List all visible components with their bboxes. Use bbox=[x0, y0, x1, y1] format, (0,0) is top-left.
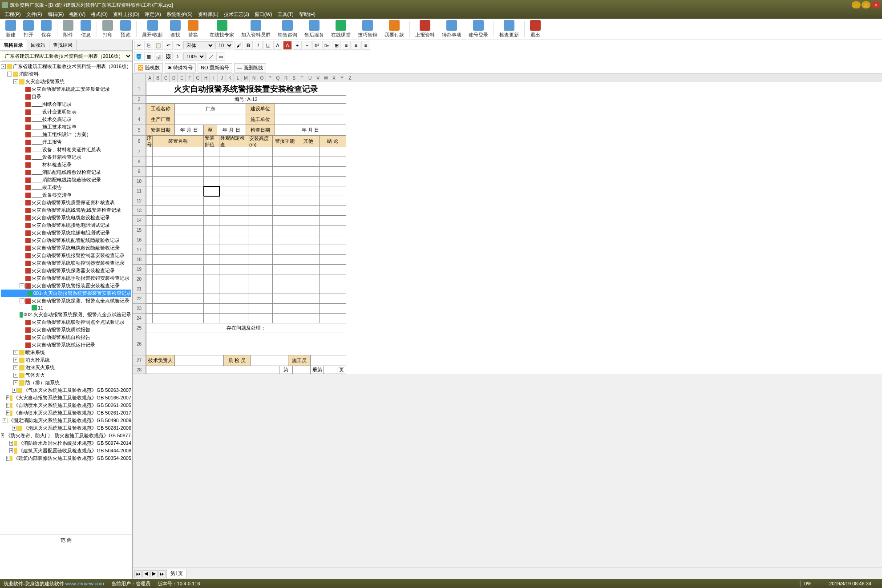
tree-node[interactable]: 火灾自动报警系统探测器安装检查记录 bbox=[1, 267, 131, 274]
toolbar-附件[interactable]: 附件 bbox=[59, 19, 77, 39]
menu-item[interactable]: 技术工艺(J) bbox=[221, 11, 252, 18]
cell[interactable] bbox=[320, 304, 346, 314]
special-button[interactable]: ✱ 特殊符号 bbox=[165, 63, 196, 72]
chart-icon[interactable]: 📊 bbox=[154, 52, 163, 61]
row-header[interactable]: 8 bbox=[133, 157, 146, 167]
row-header[interactable]: 3 bbox=[133, 104, 146, 114]
cell[interactable] bbox=[146, 235, 153, 245]
fillcolor-icon[interactable]: A bbox=[283, 41, 292, 50]
tree-node[interactable]: 火灾自动报警系统联动控制点全点试验记录 bbox=[1, 318, 131, 326]
row-header[interactable]: 5 bbox=[133, 125, 146, 136]
column-header[interactable]: E bbox=[178, 74, 186, 82]
tree-node[interactable]: 火灾自动报警系统手动报警按钮安装检查记录 bbox=[1, 274, 131, 282]
column-header[interactable]: L bbox=[234, 74, 242, 82]
cell[interactable] bbox=[248, 206, 273, 216]
menu-item[interactable]: 窗口(W) bbox=[252, 11, 275, 18]
menu-item[interactable]: 格式(O) bbox=[88, 11, 110, 18]
tree-toggle-icon[interactable]: + bbox=[13, 365, 18, 370]
menu-item[interactable]: 视图(V) bbox=[66, 11, 88, 18]
cell[interactable] bbox=[219, 265, 248, 274]
cell[interactable]: 安装日期 bbox=[146, 125, 175, 136]
cell[interactable] bbox=[219, 235, 248, 245]
row-header[interactable]: 24 bbox=[133, 314, 146, 323]
cell[interactable] bbox=[297, 245, 320, 255]
font-select[interactable]: 宋体 bbox=[183, 41, 214, 49]
column-header[interactable]: C bbox=[162, 74, 170, 82]
line-icon[interactable]: ／ bbox=[206, 52, 215, 61]
tree-node[interactable]: +《泡沫灭火系统施工及验收规范》GB 50281-2006 bbox=[1, 424, 131, 432]
cell[interactable] bbox=[204, 235, 219, 245]
cell[interactable] bbox=[146, 226, 153, 235]
cell[interactable]: 结 论 bbox=[320, 136, 346, 147]
cell[interactable] bbox=[204, 255, 219, 265]
cell[interactable] bbox=[273, 245, 297, 255]
cell[interactable] bbox=[320, 216, 346, 226]
menu-item[interactable]: 系统维护(S) bbox=[164, 11, 195, 18]
row-header[interactable]: 16 bbox=[133, 235, 146, 245]
cell[interactable] bbox=[248, 304, 273, 314]
sheet-tab-1[interactable]: 第1页 bbox=[166, 569, 187, 578]
column-header[interactable]: Y bbox=[338, 74, 346, 82]
tree-node[interactable]: ____图纸会审记录 bbox=[1, 101, 131, 108]
cell[interactable] bbox=[248, 167, 273, 177]
column-header[interactable]: R bbox=[282, 74, 290, 82]
norepeat-button[interactable]: NO 重新编号 bbox=[198, 63, 232, 72]
toolbar-信息[interactable]: 信息 bbox=[77, 19, 95, 39]
toolbar-账号登录[interactable]: 账号登录 bbox=[465, 19, 492, 39]
cell[interactable] bbox=[153, 235, 204, 245]
cell[interactable] bbox=[153, 274, 204, 284]
super-icon[interactable]: b² bbox=[312, 41, 321, 50]
column-header[interactable]: G bbox=[194, 74, 202, 82]
cell[interactable] bbox=[297, 255, 320, 265]
menu-item[interactable]: 工程(P) bbox=[2, 11, 24, 18]
cell[interactable] bbox=[204, 265, 219, 274]
cell[interactable] bbox=[146, 186, 153, 196]
cell[interactable] bbox=[204, 304, 219, 314]
cell[interactable] bbox=[248, 147, 273, 157]
cell[interactable] bbox=[204, 216, 219, 226]
column-header[interactable]: V bbox=[314, 74, 322, 82]
tree-node[interactable]: +喷淋系统 bbox=[1, 349, 131, 356]
paste-icon[interactable]: 📋 bbox=[154, 41, 163, 50]
toolbar-展开/收起[interactable]: 展开/收起 bbox=[138, 19, 166, 39]
cell[interactable] bbox=[248, 294, 273, 304]
cell[interactable] bbox=[273, 265, 297, 274]
cell[interactable] bbox=[273, 304, 297, 314]
tree-toggle-icon[interactable]: + bbox=[1, 433, 4, 438]
tree-node[interactable]: ____施工技术核定单 bbox=[1, 123, 131, 131]
toolbar-售后服务[interactable]: 售后服务 bbox=[301, 19, 328, 39]
tree-toggle-icon[interactable]: + bbox=[6, 456, 9, 461]
tree-node[interactable]: 火灾自动报警系统试运行记录 bbox=[1, 341, 131, 349]
cell[interactable] bbox=[153, 186, 204, 196]
toolbar-销售咨询[interactable]: 销售咨询 bbox=[274, 19, 301, 39]
cell[interactable]: 年 月 日 bbox=[275, 125, 346, 136]
issues-cell[interactable]: 存在问题及处理： bbox=[146, 323, 346, 333]
cell[interactable] bbox=[297, 167, 320, 177]
clearline-button[interactable]: — 画删除线 bbox=[234, 63, 266, 72]
cell[interactable] bbox=[175, 114, 246, 125]
cell[interactable] bbox=[320, 255, 346, 265]
undo-icon[interactable]: ↶ bbox=[164, 41, 173, 50]
cell[interactable]: 技术负责人 bbox=[146, 355, 175, 366]
tree-node[interactable]: -消防资料 bbox=[1, 70, 131, 78]
tree-node[interactable]: ____消防配电线路敷设检查记录 bbox=[1, 169, 131, 176]
tree-node[interactable]: +《防火卷帘、防火门、防火窗施工及验收规范》GB 50877-2014 bbox=[1, 432, 131, 439]
column-header[interactable]: F bbox=[186, 74, 194, 82]
column-header[interactable]: D bbox=[170, 74, 178, 82]
row-header[interactable]: 23 bbox=[133, 304, 146, 314]
cell[interactable] bbox=[248, 245, 273, 255]
cell[interactable] bbox=[219, 304, 248, 314]
tree-toggle-icon[interactable]: - bbox=[13, 79, 18, 84]
cell[interactable]: 册第 bbox=[311, 366, 324, 374]
menu-item[interactable]: 资料库(L) bbox=[195, 11, 221, 18]
cell[interactable] bbox=[219, 274, 248, 284]
cell[interactable] bbox=[324, 366, 337, 374]
tree-node[interactable]: 火灾自动报警系统报警控制器安装检查记录 bbox=[1, 252, 131, 259]
cell[interactable] bbox=[297, 206, 320, 216]
tree-toggle-icon[interactable]: + bbox=[6, 403, 9, 408]
column-header[interactable]: J bbox=[218, 74, 226, 82]
tree-node[interactable]: 火灾自动报警系统自检报告 bbox=[1, 334, 131, 341]
cell[interactable] bbox=[204, 206, 219, 216]
fontcolor-icon[interactable]: A bbox=[273, 41, 282, 50]
toolbar-新建[interactable]: 新建 bbox=[2, 19, 20, 39]
